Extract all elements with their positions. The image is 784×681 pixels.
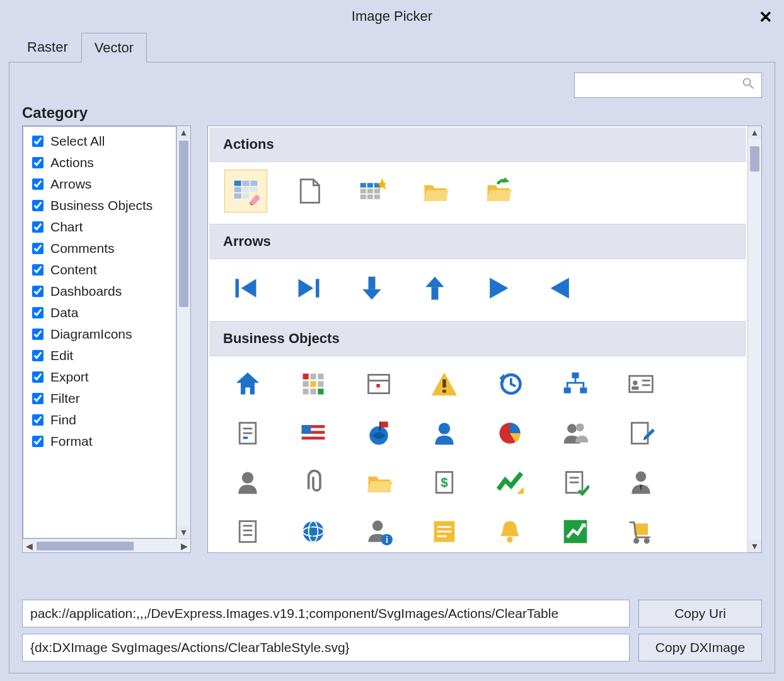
- category-item[interactable]: Comments: [23, 238, 176, 259]
- chart-box-icon[interactable]: [552, 514, 599, 549]
- bottom: pack://application:,,,/DevExpress.Images…: [22, 600, 762, 661]
- play-left-icon[interactable]: [539, 267, 582, 310]
- copy-dximage-button[interactable]: Copy DXImage: [638, 634, 762, 661]
- bell-icon[interactable]: [487, 514, 533, 549]
- category-checkbox[interactable]: [32, 414, 43, 426]
- people-icon[interactable]: [552, 416, 599, 451]
- scroll-up-icon[interactable]: ▲: [748, 126, 761, 139]
- category-checkbox[interactable]: [32, 329, 43, 340]
- user-info-icon[interactable]: [355, 514, 402, 549]
- category-item[interactable]: Data: [23, 302, 176, 323]
- chart-up-icon[interactable]: [487, 465, 533, 500]
- category-vscroll[interactable]: ▲ ▼: [176, 126, 190, 538]
- category-checkbox[interactable]: [32, 243, 43, 254]
- category-checkbox[interactable]: [32, 264, 43, 276]
- category-label-text: Format: [50, 434, 93, 449]
- new-table-icon[interactable]: [350, 170, 393, 212]
- up-icon[interactable]: [413, 267, 456, 310]
- gallery[interactable]: Actions Arrows Business Objects: [208, 126, 747, 552]
- skip-previous-icon[interactable]: [224, 267, 267, 310]
- category-item[interactable]: Dashboards: [23, 281, 176, 302]
- dollar-doc-icon[interactable]: [421, 465, 468, 500]
- pie-chart-icon[interactable]: [487, 416, 533, 451]
- contact-card-icon[interactable]: [618, 366, 664, 402]
- scroll-up-icon[interactable]: ▲: [177, 126, 190, 139]
- category-item[interactable]: Arrows: [23, 173, 176, 195]
- category-item[interactable]: Content: [23, 259, 176, 281]
- search-field[interactable]: [574, 73, 762, 98]
- org-chart-icon[interactable]: [552, 366, 599, 402]
- tab-raster[interactable]: Raster: [14, 32, 81, 62]
- globe-icon[interactable]: [290, 514, 337, 549]
- play-right-icon[interactable]: [476, 267, 519, 310]
- blank-document-icon[interactable]: [287, 170, 330, 212]
- category-checkbox[interactable]: [32, 307, 43, 318]
- uri-field[interactable]: pack://application:,,,/DevExpress.Images…: [22, 600, 630, 627]
- skip-next-icon[interactable]: [287, 267, 330, 310]
- calendar-icon[interactable]: [355, 366, 402, 402]
- close-button[interactable]: ✕: [759, 8, 773, 27]
- scroll-down-icon[interactable]: ▼: [748, 540, 761, 552]
- category-item[interactable]: Edit: [23, 345, 176, 366]
- scroll-down-icon[interactable]: ▼: [177, 526, 190, 538]
- group-header-business: Business Objects: [209, 321, 746, 356]
- user-gray-icon[interactable]: [224, 465, 271, 500]
- businessman-icon[interactable]: [618, 465, 664, 500]
- search-icon[interactable]: [741, 76, 755, 94]
- globe-flag-icon[interactable]: [355, 416, 402, 451]
- category-hscroll[interactable]: ◀ ▶: [23, 538, 190, 552]
- scroll-right-icon[interactable]: ▶: [178, 541, 190, 551]
- gallery-vscroll[interactable]: ▲ ▼: [747, 126, 761, 552]
- category-item[interactable]: Find: [23, 409, 176, 431]
- category-item[interactable]: Chart: [23, 216, 176, 238]
- home-icon[interactable]: [224, 366, 271, 402]
- category-item[interactable]: Export: [23, 366, 176, 388]
- category-checkbox[interactable]: [32, 200, 43, 211]
- copy-uri-button[interactable]: Copy Uri: [638, 600, 762, 627]
- category-item[interactable]: DiagramIcons: [23, 323, 176, 345]
- document-small-icon[interactable]: [224, 416, 271, 451]
- scroll-left-icon[interactable]: ◀: [23, 541, 35, 551]
- category-checkbox[interactable]: [32, 350, 43, 361]
- user-icon[interactable]: [421, 416, 468, 451]
- open-folder-icon[interactable]: [413, 170, 456, 212]
- category-item[interactable]: Filter: [23, 388, 176, 409]
- category-checkbox[interactable]: [32, 178, 43, 190]
- down-icon[interactable]: [350, 267, 393, 310]
- category-checkbox[interactable]: [32, 393, 43, 404]
- category-checkbox[interactable]: [32, 436, 43, 447]
- category-checkbox[interactable]: [32, 221, 43, 233]
- category-box: Select AllActionsArrowsBusiness ObjectsC…: [22, 125, 191, 553]
- task-doc-icon[interactable]: [552, 465, 599, 500]
- note-icon[interactable]: [421, 514, 468, 549]
- search-input[interactable]: [581, 78, 741, 93]
- category-list[interactable]: Select AllActionsArrowsBusiness ObjectsC…: [23, 126, 176, 538]
- cart-icon[interactable]: [618, 514, 664, 549]
- folder-icon[interactable]: [355, 465, 402, 500]
- category-item[interactable]: Select All: [23, 131, 176, 152]
- image-picker-window: Image Picker ✕ Raster Vector Category Se…: [0, 0, 784, 681]
- category-label: Category: [22, 104, 762, 122]
- clear-table-style-icon[interactable]: [224, 170, 267, 212]
- category-item[interactable]: Format: [23, 431, 176, 452]
- search-row: [22, 73, 762, 102]
- body: Select AllActionsArrowsBusiness ObjectsC…: [22, 125, 762, 591]
- document-lines-icon[interactable]: [224, 514, 271, 549]
- dximage-field[interactable]: {dx:DXImage SvgImages/Actions/ClearTable…: [22, 634, 630, 661]
- open-folder-arrow-icon[interactable]: [476, 170, 519, 212]
- category-checkbox[interactable]: [32, 157, 43, 168]
- paperclip-icon[interactable]: [290, 465, 337, 500]
- us-flag-icon[interactable]: [290, 416, 337, 451]
- category-item[interactable]: Business Objects: [23, 195, 176, 216]
- category-checkbox[interactable]: [32, 286, 43, 297]
- category-checkbox[interactable]: [32, 371, 43, 383]
- category-item[interactable]: Actions: [23, 152, 176, 173]
- warning-icon[interactable]: [421, 366, 468, 402]
- color-grid-icon[interactable]: [290, 366, 337, 402]
- tab-vector[interactable]: Vector: [81, 33, 147, 62]
- category-checkbox[interactable]: [32, 136, 43, 147]
- gallery-box: Actions Arrows Business Objects ▲ ▼: [207, 125, 762, 553]
- category-label-text: Chart: [50, 219, 83, 235]
- history-icon[interactable]: [487, 366, 533, 402]
- edit-doc-icon[interactable]: [618, 416, 664, 451]
